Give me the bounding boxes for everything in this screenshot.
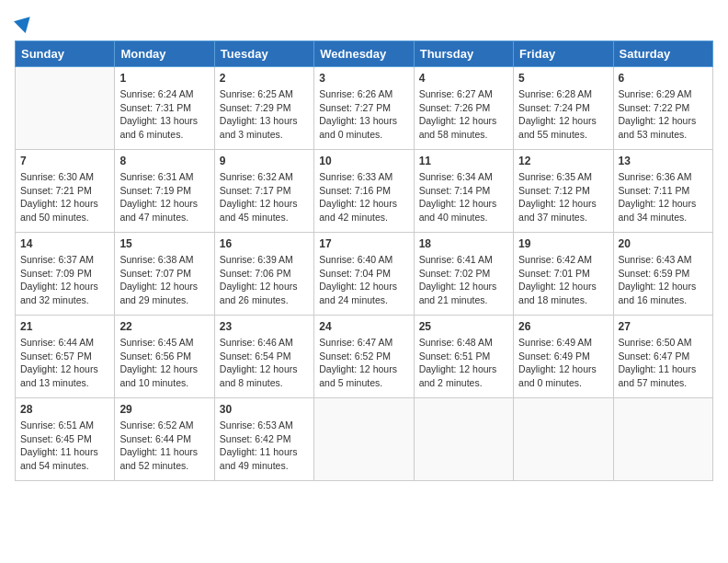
day-cell: 8Sunrise: 6:31 AMSunset: 7:19 PMDaylight… <box>115 150 214 233</box>
day-info: Sunrise: 6:32 AMSunset: 7:17 PMDaylight:… <box>220 170 309 224</box>
day-number: 22 <box>119 320 209 333</box>
day-cell: 30Sunrise: 6:53 AMSunset: 6:42 PMDayligh… <box>214 398 313 481</box>
day-cell: 15Sunrise: 6:38 AMSunset: 7:07 PMDayligh… <box>115 233 214 316</box>
day-number: 29 <box>119 403 209 416</box>
day-cell: 11Sunrise: 6:34 AMSunset: 7:14 PMDayligh… <box>414 150 513 233</box>
day-number: 6 <box>619 72 708 85</box>
weekday-header-monday: Monday <box>115 41 214 67</box>
day-number: 1 <box>119 72 209 85</box>
day-number: 10 <box>319 155 408 167</box>
day-number: 30 <box>220 403 309 416</box>
day-number: 28 <box>20 403 109 416</box>
day-info: Sunrise: 6:44 AMSunset: 6:57 PMDaylight:… <box>20 336 109 390</box>
day-number: 11 <box>419 155 508 167</box>
day-cell: 14Sunrise: 6:37 AMSunset: 7:09 PMDayligh… <box>16 233 115 316</box>
day-info: Sunrise: 6:53 AMSunset: 6:42 PMDaylight:… <box>220 419 309 473</box>
day-info: Sunrise: 6:28 AMSunset: 7:24 PMDaylight:… <box>518 87 608 142</box>
day-info: Sunrise: 6:35 AMSunset: 7:12 PMDaylight:… <box>518 170 608 224</box>
day-info: Sunrise: 6:48 AMSunset: 6:51 PMDaylight:… <box>419 336 508 390</box>
day-cell: 13Sunrise: 6:36 AMSunset: 7:11 PMDayligh… <box>613 150 712 233</box>
day-number: 12 <box>518 155 608 167</box>
day-cell <box>414 398 513 481</box>
day-number: 3 <box>319 72 408 85</box>
day-info: Sunrise: 6:43 AMSunset: 6:59 PMDaylight:… <box>619 253 708 307</box>
day-cell <box>514 398 613 481</box>
day-number: 19 <box>518 237 608 250</box>
day-info: Sunrise: 6:31 AMSunset: 7:19 PMDaylight:… <box>119 170 209 224</box>
day-cell: 24Sunrise: 6:47 AMSunset: 6:52 PMDayligh… <box>314 316 414 398</box>
day-number: 13 <box>619 155 708 167</box>
day-info: Sunrise: 6:41 AMSunset: 7:02 PMDaylight:… <box>419 253 508 307</box>
day-info: Sunrise: 6:30 AMSunset: 7:21 PMDaylight:… <box>20 170 109 224</box>
day-cell <box>16 67 115 150</box>
day-number: 27 <box>619 320 708 333</box>
day-number: 5 <box>518 72 608 85</box>
calendar-table: SundayMondayTuesdayWednesdayThursdayFrid… <box>15 40 713 481</box>
day-info: Sunrise: 6:33 AMSunset: 7:16 PMDaylight:… <box>319 170 408 224</box>
day-cell <box>613 398 712 481</box>
day-number: 26 <box>518 320 608 333</box>
day-number: 21 <box>20 320 109 333</box>
day-number: 18 <box>419 237 508 250</box>
day-info: Sunrise: 6:51 AMSunset: 6:45 PMDaylight:… <box>20 419 109 473</box>
day-info: Sunrise: 6:37 AMSunset: 7:09 PMDaylight:… <box>20 253 109 307</box>
day-info: Sunrise: 6:27 AMSunset: 7:26 PMDaylight:… <box>419 87 508 142</box>
day-number: 16 <box>220 237 309 250</box>
day-cell: 28Sunrise: 6:51 AMSunset: 6:45 PMDayligh… <box>16 398 115 481</box>
day-info: Sunrise: 6:39 AMSunset: 7:06 PMDaylight:… <box>220 253 309 307</box>
day-info: Sunrise: 6:46 AMSunset: 6:54 PMDaylight:… <box>220 336 309 390</box>
day-cell: 5Sunrise: 6:28 AMSunset: 7:24 PMDaylight… <box>514 67 613 150</box>
day-cell: 1Sunrise: 6:24 AMSunset: 7:31 PMDaylight… <box>115 67 214 150</box>
day-cell: 4Sunrise: 6:27 AMSunset: 7:26 PMDaylight… <box>414 67 513 150</box>
day-cell: 12Sunrise: 6:35 AMSunset: 7:12 PMDayligh… <box>514 150 613 233</box>
week-row-5: 28Sunrise: 6:51 AMSunset: 6:45 PMDayligh… <box>16 398 713 481</box>
day-number: 4 <box>419 72 508 85</box>
day-number: 20 <box>619 237 708 250</box>
day-cell: 29Sunrise: 6:52 AMSunset: 6:44 PMDayligh… <box>115 398 214 481</box>
day-info: Sunrise: 6:34 AMSunset: 7:14 PMDaylight:… <box>419 170 508 224</box>
week-row-4: 21Sunrise: 6:44 AMSunset: 6:57 PMDayligh… <box>16 316 713 398</box>
day-number: 25 <box>419 320 508 333</box>
day-info: Sunrise: 6:42 AMSunset: 7:01 PMDaylight:… <box>518 253 608 307</box>
day-info: Sunrise: 6:36 AMSunset: 7:11 PMDaylight:… <box>619 170 708 224</box>
day-number: 2 <box>220 72 309 85</box>
day-info: Sunrise: 6:40 AMSunset: 7:04 PMDaylight:… <box>319 253 408 307</box>
weekday-header-row: SundayMondayTuesdayWednesdayThursdayFrid… <box>16 41 713 67</box>
weekday-header-tuesday: Tuesday <box>214 41 313 67</box>
day-info: Sunrise: 6:47 AMSunset: 6:52 PMDaylight:… <box>319 336 408 390</box>
weekday-header-wednesday: Wednesday <box>314 41 414 67</box>
day-cell: 18Sunrise: 6:41 AMSunset: 7:02 PMDayligh… <box>414 233 513 316</box>
day-cell: 19Sunrise: 6:42 AMSunset: 7:01 PMDayligh… <box>514 233 613 316</box>
day-info: Sunrise: 6:49 AMSunset: 6:49 PMDaylight:… <box>518 336 608 390</box>
logo-arrow-icon <box>14 11 36 33</box>
day-info: Sunrise: 6:38 AMSunset: 7:07 PMDaylight:… <box>119 253 209 307</box>
day-cell: 10Sunrise: 6:33 AMSunset: 7:16 PMDayligh… <box>314 150 414 233</box>
day-cell: 3Sunrise: 6:26 AMSunset: 7:27 PMDaylight… <box>314 67 414 150</box>
day-info: Sunrise: 6:29 AMSunset: 7:22 PMDaylight:… <box>619 87 708 142</box>
logo <box>15 15 33 29</box>
week-row-3: 14Sunrise: 6:37 AMSunset: 7:09 PMDayligh… <box>16 233 713 316</box>
day-cell: 9Sunrise: 6:32 AMSunset: 7:17 PMDaylight… <box>214 150 313 233</box>
day-number: 8 <box>119 155 209 167</box>
weekday-header-thursday: Thursday <box>414 41 513 67</box>
day-cell: 2Sunrise: 6:25 AMSunset: 7:29 PMDaylight… <box>214 67 313 150</box>
day-number: 9 <box>220 155 309 167</box>
day-info: Sunrise: 6:24 AMSunset: 7:31 PMDaylight:… <box>119 87 209 142</box>
day-info: Sunrise: 6:45 AMSunset: 6:56 PMDaylight:… <box>119 336 209 390</box>
day-info: Sunrise: 6:26 AMSunset: 7:27 PMDaylight:… <box>319 87 408 142</box>
day-cell: 25Sunrise: 6:48 AMSunset: 6:51 PMDayligh… <box>414 316 513 398</box>
day-info: Sunrise: 6:50 AMSunset: 6:47 PMDaylight:… <box>619 336 708 390</box>
day-cell: 21Sunrise: 6:44 AMSunset: 6:57 PMDayligh… <box>16 316 115 398</box>
day-cell: 6Sunrise: 6:29 AMSunset: 7:22 PMDaylight… <box>613 67 712 150</box>
day-cell <box>314 398 414 481</box>
day-cell: 22Sunrise: 6:45 AMSunset: 6:56 PMDayligh… <box>115 316 214 398</box>
day-cell: 17Sunrise: 6:40 AMSunset: 7:04 PMDayligh… <box>314 233 414 316</box>
day-number: 7 <box>20 155 109 167</box>
day-cell: 20Sunrise: 6:43 AMSunset: 6:59 PMDayligh… <box>613 233 712 316</box>
day-info: Sunrise: 6:52 AMSunset: 6:44 PMDaylight:… <box>119 419 209 473</box>
week-row-1: 1Sunrise: 6:24 AMSunset: 7:31 PMDaylight… <box>16 67 713 150</box>
header <box>15 15 713 29</box>
day-number: 15 <box>119 237 209 250</box>
day-cell: 26Sunrise: 6:49 AMSunset: 6:49 PMDayligh… <box>514 316 613 398</box>
weekday-header-sunday: Sunday <box>16 41 115 67</box>
